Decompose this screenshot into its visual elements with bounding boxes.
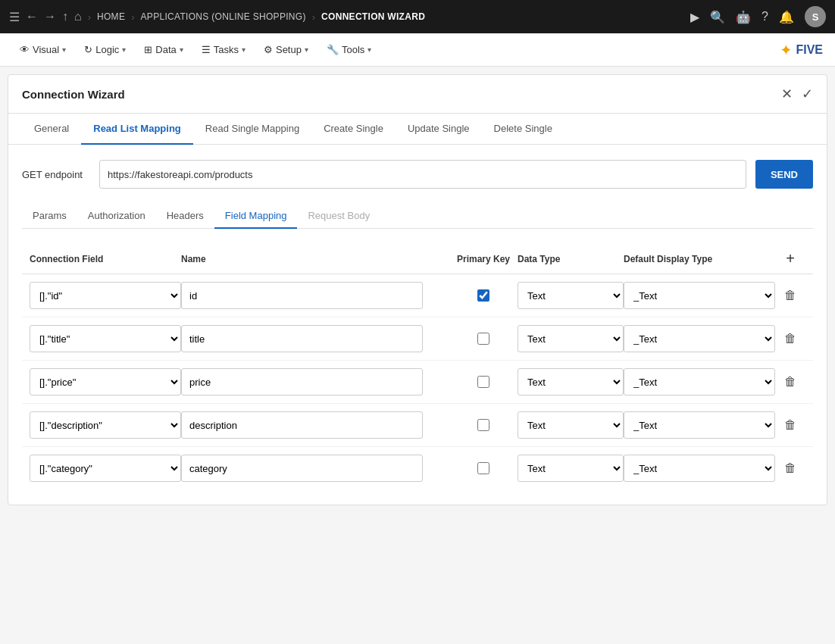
add-row-button[interactable]: + [786, 250, 795, 267]
display-cell-category: _Text [624, 455, 775, 482]
breadcrumb-app[interactable]: APPLICATIONS (ONLINE SHOPPING) [141, 11, 306, 22]
panel-header-actions: ✕ ✓ [781, 86, 813, 102]
back-icon[interactable]: ← [26, 10, 38, 23]
pk-checkbox-category[interactable] [477, 462, 489, 474]
connection-field-id: []."id" [30, 282, 181, 309]
connection-select-id[interactable]: []."id" [30, 282, 181, 309]
connection-field-title: []."title" [30, 325, 181, 352]
tab-delete-single[interactable]: Delete Single [482, 114, 564, 145]
toolbar-tools[interactable]: 🔧 Tools ▾ [319, 39, 379, 60]
home-icon[interactable]: ⌂ [74, 10, 82, 23]
connection-select-title[interactable]: []."title" [30, 325, 181, 352]
toolbar-tasks[interactable]: ☰ Tasks ▾ [194, 39, 253, 60]
search-icon[interactable]: 🔍 [710, 10, 725, 24]
play-icon[interactable]: ▶ [690, 10, 699, 24]
up-icon[interactable]: ↑ [62, 10, 68, 23]
display-select-id[interactable]: _Text [624, 282, 775, 309]
forward-icon[interactable]: → [44, 10, 56, 23]
confirm-button[interactable]: ✓ [802, 86, 813, 102]
datatype-select-category[interactable]: Text [518, 455, 624, 482]
hamburger-icon[interactable]: ☰ [9, 10, 20, 24]
setup-icon: ⚙ [264, 44, 273, 55]
delete-row-category[interactable]: 🗑 [784, 461, 796, 475]
connection-select-price[interactable]: []."price" [30, 368, 181, 395]
display-cell-id: _Text [624, 282, 775, 309]
delete-row-price[interactable]: 🗑 [784, 375, 796, 389]
tools-icon: 🔧 [327, 44, 339, 55]
subtab-params[interactable]: Params [22, 204, 77, 229]
datatype-select-title[interactable]: Text [518, 325, 624, 352]
bell-icon[interactable]: 🔔 [779, 10, 794, 24]
endpoint-row: GET endpoint SEND [22, 160, 813, 189]
endpoint-label: GET endpoint [22, 169, 90, 180]
tab-read-single-mapping[interactable]: Read Single Mapping [193, 114, 311, 145]
breadcrumb-current[interactable]: CONNECTION WIZARD [321, 11, 425, 22]
datatype-cell-category: Text [518, 455, 624, 482]
panel-title: Connection Wizard [22, 88, 125, 101]
header-name: Name [181, 254, 449, 264]
connection-select-category[interactable]: []."category" [30, 455, 181, 482]
tab-general[interactable]: General [22, 114, 81, 145]
pk-checkbox-price[interactable] [477, 376, 489, 388]
delete-row-description[interactable]: 🗑 [784, 418, 796, 432]
connection-select-description[interactable]: []."description" [30, 411, 181, 439]
breadcrumb-home[interactable]: HOME [97, 11, 125, 22]
tasks-icon: ☰ [202, 44, 211, 55]
name-input-title[interactable] [181, 325, 423, 352]
toolbar-setup[interactable]: ⚙ Setup ▾ [256, 39, 316, 60]
display-select-category[interactable]: _Text [624, 455, 775, 482]
pk-cell-category [449, 462, 518, 474]
subtab-field-mapping[interactable]: Field Mapping [214, 204, 298, 229]
connection-field-description: []."description" [30, 411, 181, 439]
toolbar-logic[interactable]: ↻ Logic ▾ [77, 39, 133, 60]
pk-cell-id [449, 289, 518, 302]
display-select-description[interactable]: _Text [624, 411, 775, 439]
name-input-id[interactable] [181, 282, 423, 309]
subtab-headers[interactable]: Headers [156, 204, 214, 229]
header-default-display: Default Display Type [624, 254, 775, 264]
datatype-select-price[interactable]: Text [518, 368, 624, 395]
connection-wizard-panel: Connection Wizard ✕ ✓ General Read List … [8, 74, 827, 505]
datatype-select-description[interactable]: Text [518, 411, 624, 439]
toolbar2: 👁 Visual ▾ ↻ Logic ▾ ⊞ Data ▾ ☰ Tasks ▾ … [0, 33, 835, 67]
name-input-description[interactable] [181, 411, 423, 439]
name-input-price[interactable] [181, 368, 423, 395]
display-select-title[interactable]: _Text [624, 325, 775, 352]
table-row: []."id" Text _Text [22, 274, 813, 317]
help-icon[interactable]: ? [762, 10, 768, 23]
datatype-cell-description: Text [518, 411, 624, 439]
five-logo-text: FIVE [796, 43, 823, 57]
user-avatar[interactable]: S [805, 6, 826, 27]
delete-row-id[interactable]: 🗑 [784, 289, 796, 302]
pk-checkbox-title[interactable] [477, 333, 489, 345]
five-logo: ✦ FIVE [780, 41, 823, 59]
header-primary-key: Primary Key [449, 254, 518, 264]
toolbar-visual[interactable]: 👁 Visual ▾ [12, 39, 73, 60]
endpoint-input[interactable] [99, 160, 746, 189]
delete-row-title[interactable]: 🗑 [784, 332, 796, 345]
pk-checkbox-description[interactable] [477, 419, 489, 431]
main-tabs: General Read List Mapping Read Single Ma… [8, 114, 827, 145]
tab-create-single[interactable]: Create Single [311, 114, 396, 145]
header-data-type: Data Type [518, 254, 624, 264]
robot-icon[interactable]: 🤖 [736, 10, 751, 24]
tab-update-single[interactable]: Update Single [396, 114, 482, 145]
actions-cell-description: 🗑 [775, 418, 805, 432]
pk-checkbox-id[interactable] [477, 289, 489, 302]
send-button[interactable]: SEND [755, 160, 813, 189]
visual-caret: ▾ [62, 45, 66, 54]
table-row: []."price" Text _Text [22, 361, 813, 404]
table-header: Connection Field Name Primary Key Data T… [22, 244, 813, 274]
tab-read-list-mapping[interactable]: Read List Mapping [81, 114, 193, 145]
subtab-authorization[interactable]: Authorization [77, 204, 156, 229]
datatype-select-id[interactable]: Text [518, 282, 624, 309]
actions-cell-title: 🗑 [775, 332, 805, 345]
five-logo-container: ✦ FIVE [780, 41, 823, 59]
close-button[interactable]: ✕ [781, 86, 793, 102]
name-cell-description [181, 411, 449, 439]
name-input-category[interactable] [181, 455, 423, 482]
setup-label: Setup [276, 44, 302, 55]
actions-cell-price: 🗑 [775, 375, 805, 389]
display-select-price[interactable]: _Text [624, 368, 775, 395]
toolbar-data[interactable]: ⊞ Data ▾ [136, 39, 190, 60]
